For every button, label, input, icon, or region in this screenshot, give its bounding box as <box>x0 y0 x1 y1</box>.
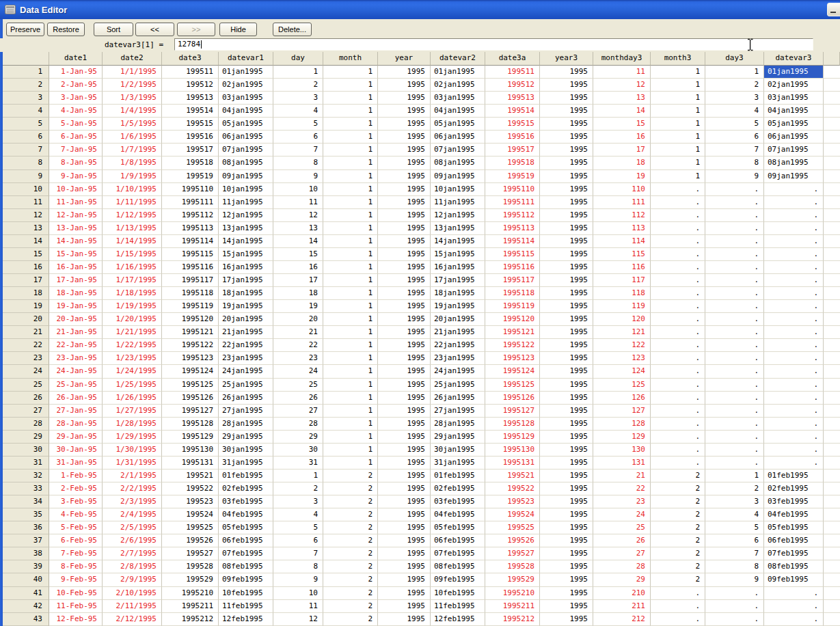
cell-datevar1[interactable]: 07jan1995 <box>219 144 273 156</box>
cell-year[interactable]: 1995 <box>378 326 431 339</box>
cell-day3[interactable]: . <box>705 339 764 352</box>
cell-date3[interactable]: 1995117 <box>162 274 219 287</box>
cell-monthday3[interactable]: 131 <box>593 457 651 470</box>
cell-monthday3[interactable]: 120 <box>593 313 651 326</box>
cell-day[interactable]: 6 <box>273 131 323 144</box>
cell-datevar1[interactable]: 11jan1995 <box>219 196 273 209</box>
cell-day[interactable]: 12 <box>273 209 323 222</box>
cell-day3[interactable]: . <box>705 613 764 626</box>
column-header-date1[interactable]: date1 <box>49 52 103 66</box>
cell-date3a[interactable]: 1995125 <box>485 379 540 392</box>
cell-year[interactable]: 1995 <box>378 587 431 600</box>
cell-year[interactable]: 1995 <box>378 547 431 560</box>
cell-date3[interactable]: 1995111 <box>162 196 219 209</box>
cell-datevar3[interactable]: . <box>764 444 824 457</box>
cell-month[interactable]: 1 <box>323 339 378 352</box>
cell-year3[interactable]: 1995 <box>540 573 593 586</box>
cell-datevar2[interactable]: 31jan1995 <box>431 457 485 470</box>
cell-day3[interactable]: . <box>705 287 764 300</box>
cell-monthday3[interactable]: 24 <box>593 508 651 521</box>
cell-day3[interactable]: 8 <box>705 156 764 169</box>
cell-month3[interactable]: . <box>651 392 705 405</box>
cell-datevar2[interactable]: 03jan1995 <box>431 92 485 105</box>
cell-date3a[interactable]: 1995110 <box>485 183 540 196</box>
cell-datevar3[interactable]: 06feb1995 <box>764 534 824 547</box>
cell-date3a[interactable]: 1995113 <box>485 222 540 235</box>
cell-date1[interactable]: 25-Jan-95 <box>49 379 103 392</box>
cell-datevar2[interactable]: 18jan1995 <box>431 287 485 300</box>
cell-datevar3[interactable]: . <box>764 339 824 352</box>
row-number-cell[interactable]: 2 <box>3 79 49 92</box>
row-number-cell[interactable]: 18 <box>3 287 49 300</box>
column-header-datevar3[interactable]: datevar3 <box>764 52 824 66</box>
cell-year[interactable]: 1995 <box>378 534 431 547</box>
cell-datevar2[interactable]: 16jan1995 <box>431 261 485 274</box>
cell-datevar1[interactable]: 09feb1995 <box>219 573 273 586</box>
cell-day[interactable]: 13 <box>273 222 323 235</box>
cell-datevar3[interactable]: 09jan1995 <box>764 170 824 183</box>
cell-year[interactable]: 1995 <box>378 392 431 405</box>
cell-datevar3[interactable]: . <box>764 457 824 470</box>
cell-day[interactable]: 6 <box>273 534 323 547</box>
cell-monthday3[interactable]: 114 <box>593 235 651 248</box>
cell-datevar3[interactable]: 03feb1995 <box>764 495 824 508</box>
cell-date3[interactable]: 1995212 <box>162 613 219 626</box>
cell-date3[interactable]: 199513 <box>162 92 219 105</box>
cell-date2[interactable]: 1/24/1995 <box>103 365 162 378</box>
cell-date2[interactable]: 2/10/1995 <box>103 587 162 600</box>
row-number-cell[interactable]: 43 <box>3 613 49 626</box>
cell-date3[interactable]: 199511 <box>162 66 219 79</box>
cell-datevar1[interactable]: 10jan1995 <box>219 183 273 196</box>
cell-day[interactable]: 14 <box>273 235 323 248</box>
row-number-cell[interactable]: 39 <box>3 560 49 573</box>
cell-date3[interactable]: 1995118 <box>162 287 219 300</box>
cell-day3[interactable]: . <box>705 235 764 248</box>
cell-datevar1[interactable]: 03jan1995 <box>219 92 273 105</box>
cell-day[interactable]: 3 <box>273 495 323 508</box>
cell-date1[interactable]: 21-Jan-95 <box>49 326 103 339</box>
cell-day3[interactable]: . <box>705 300 764 313</box>
cell-day[interactable]: 10 <box>273 587 323 600</box>
cell-datevar1[interactable]: 17jan1995 <box>219 274 273 287</box>
cell-date1[interactable]: 5-Jan-95 <box>49 118 103 131</box>
cell-year3[interactable]: 1995 <box>540 457 593 470</box>
cell-date2[interactable]: 1/28/1995 <box>103 418 162 431</box>
cell-day[interactable]: 3 <box>273 92 323 105</box>
cell-date1[interactable]: 7-Feb-95 <box>49 547 103 560</box>
cell-monthday3[interactable]: 12 <box>593 79 651 92</box>
cell-day3[interactable]: . <box>705 248 764 261</box>
cell-date3a[interactable]: 199511 <box>485 66 540 79</box>
cell-monthday3[interactable]: 13 <box>593 92 651 105</box>
cell-datevar3[interactable]: 06jan1995 <box>764 131 824 144</box>
cell-day[interactable]: 29 <box>273 431 323 444</box>
cell-date1[interactable]: 12-Jan-95 <box>49 209 103 222</box>
cell-datevar1[interactable]: 06feb1995 <box>219 534 273 547</box>
cell-month3[interactable]: 2 <box>651 547 705 560</box>
cell-year[interactable]: 1995 <box>378 495 431 508</box>
cell-datevar1[interactable]: 28jan1995 <box>219 418 273 431</box>
cell-year[interactable]: 1995 <box>378 79 431 92</box>
cell-year[interactable]: 1995 <box>378 482 431 495</box>
row-number-cell[interactable]: 37 <box>3 534 49 547</box>
cell-year3[interactable]: 1995 <box>540 105 593 118</box>
cell-year[interactable]: 1995 <box>378 105 431 118</box>
cell-date3a[interactable]: 199526 <box>485 534 540 547</box>
cell-month3[interactable]: . <box>651 405 705 418</box>
cell-value-input[interactable]: 12784 <box>174 38 813 51</box>
cell-datevar3[interactable]: . <box>764 600 824 613</box>
cell-year3[interactable]: 1995 <box>540 196 593 209</box>
cell-year[interactable]: 1995 <box>378 261 431 274</box>
cell-date3a[interactable]: 1995116 <box>485 261 540 274</box>
cell-datevar2[interactable]: 30jan1995 <box>431 444 485 457</box>
cell-year3[interactable]: 1995 <box>540 287 593 300</box>
cell-month[interactable]: 2 <box>323 547 378 560</box>
cell-date2[interactable]: 1/14/1995 <box>103 235 162 248</box>
column-header-year3[interactable]: year3 <box>540 52 593 66</box>
toolbar-button-delete[interactable]: Delete... <box>273 23 312 36</box>
cell-month[interactable]: 1 <box>323 379 378 392</box>
row-number-cell[interactable]: 36 <box>3 521 49 534</box>
cell-month3[interactable]: 1 <box>651 118 705 131</box>
toolbar-button-hide[interactable]: Hide <box>219 23 257 36</box>
cell-month[interactable]: 2 <box>323 587 378 600</box>
cell-day3[interactable]: . <box>705 313 764 326</box>
